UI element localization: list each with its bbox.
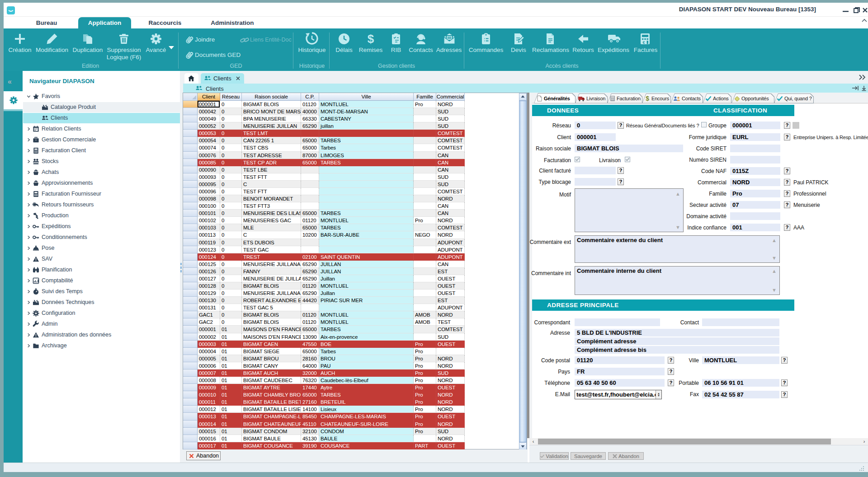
svg-text:$: $ — [368, 33, 374, 45]
svg-text:€: € — [642, 40, 645, 45]
svg-text:$: $ — [646, 95, 649, 102]
